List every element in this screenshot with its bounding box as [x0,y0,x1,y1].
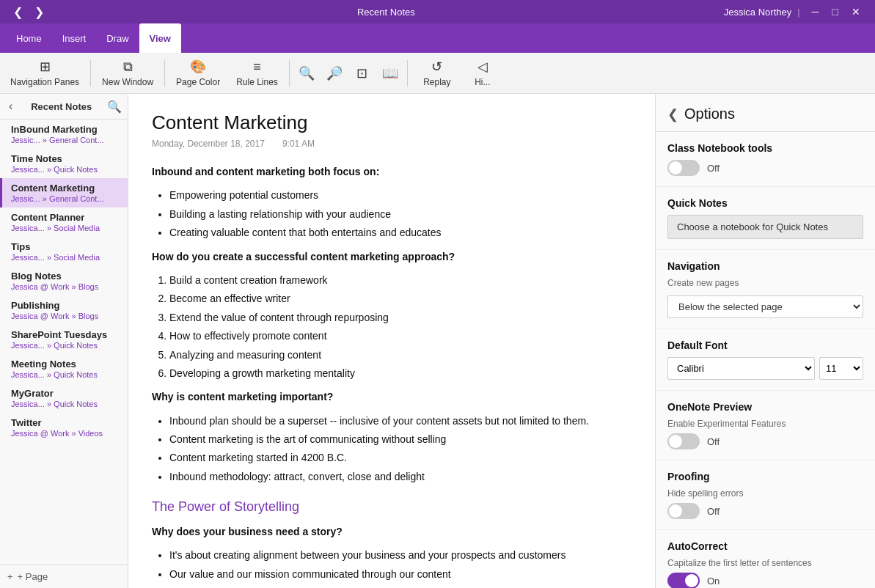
nav-panes-icon: ⊞ [40,59,51,75]
sidebar-item-title: MyGrator [11,388,120,399]
sidebar-item-title: Publishing [11,300,120,311]
full-page-button[interactable]: ⊡ [349,56,376,91]
question-1: How do you create a successful content m… [152,251,455,262]
menu-item-insert[interactable]: Insert [52,23,97,53]
hide-button[interactable]: ◁ Hi... [464,56,501,91]
sidebar-search-button[interactable]: 🔍 [107,100,122,114]
story-bullet-1: It's about creating alignment between yo… [169,547,631,563]
rule-lines-button[interactable]: ≡ Rule Lines [229,56,285,91]
user-name: Jessica Northey [724,7,791,18]
sidebar-header: ‹ Recent Notes 🔍 [0,94,128,120]
toolbar-separator-2 [164,60,165,87]
zoom-in-button[interactable]: 🔎 [321,56,348,91]
sidebar-item-path: Jessic... » General Cont... [11,194,120,203]
step-1: Build a content creation framework [169,272,631,288]
nav-panes-label: Navigation Panes [10,77,79,87]
reading-view-button[interactable]: 📖 [377,56,403,91]
proofing-toggle-row: Off [667,503,863,519]
step-6: Developing a growth marketing mentality [169,365,631,381]
page-color-button[interactable]: 🎨 Page Color [169,56,227,91]
font-size-select[interactable]: 8 9 10 11 12 [819,357,863,380]
sidebar-items: InBound Marketing Jessic... » General Co… [0,120,128,565]
sidebar-item-blog-notes[interactable]: Blog Notes Jessica @ Work » Blogs [0,266,128,295]
note-meta: Monday, December 18, 2017 9:01 AM [152,139,631,149]
step-3: Extend the value of content through repu… [169,309,631,326]
close-button[interactable]: ✕ [846,4,866,19]
note-time: 9:01 AM [282,139,315,149]
navigation-select[interactable]: Below the selected page At the end of th… [667,295,863,318]
add-page-button[interactable]: + + Page [7,571,120,582]
sidebar-item-tips[interactable]: Tips Jessica... » Social Media [0,237,128,266]
sidebar-item-publishing[interactable]: Publishing Jessica @ Work » Blogs [0,295,128,325]
options-panel: ❮ Options Class Notebook tools Off Quick… [655,94,875,588]
nav-panes-button[interactable]: ⊞ Navigation Panes [3,56,87,91]
note-intro: Inbound and content marketing both focus… [152,166,379,177]
zoom-out-icon: 🔍 [299,65,315,81]
autocorrect-toggle[interactable] [667,573,700,588]
sidebar-footer[interactable]: + + Page [0,565,128,588]
sidebar-item-meeting-notes[interactable]: Meeting Notes Jessica... » Quick Notes [0,354,128,383]
proofing-toggle[interactable] [667,503,700,519]
toolbar-separator-4 [407,60,408,87]
sidebar-item-title: Blog Notes [11,271,120,282]
important-bullet-4: Inbound methodology: attract, convert, c… [169,468,631,485]
nav-forward-button[interactable]: ❯ [30,4,48,21]
step-4: How to effectively promote content [169,328,631,344]
sidebar-item-sharepoint-tuesdays[interactable]: SharePoint Tuesdays Jessica... » Quick N… [0,325,128,354]
sidebar-item-mygrator[interactable]: MyGrator Jessica... » Quick Notes [0,383,128,413]
sidebar-item-title: Twitter [11,417,120,428]
sidebar-item-inbound-marketing[interactable]: InBound Marketing Jessic... » General Co… [0,120,128,149]
note-date: Monday, December 18, 2017 [152,139,265,149]
important-bullets: Inbound plan should be a superset -- inc… [169,413,631,485]
sidebar-back-button[interactable]: ‹ [6,98,15,114]
note-title: Content Marketing [152,111,631,134]
minimize-button[interactable]: ─ [806,4,825,19]
toolbar: ⊞ Navigation Panes ⧉ New Window 🎨 Page C… [0,53,875,94]
intro-bullet-2: Building a lasting relationship with you… [169,206,631,222]
sidebar: ‹ Recent Notes 🔍 InBound Marketing Jessi… [0,94,128,588]
menu-item-view[interactable]: View [139,23,181,53]
options-back-button[interactable]: ❮ [667,106,678,122]
onenote-preview-toggle-label: Off [707,436,720,447]
replay-button[interactable]: ↺ Replay [411,56,463,91]
sidebar-item-content-marketing[interactable]: Content Marketing Jessic... » General Co… [0,178,128,207]
zoom-in-icon: 🔎 [326,65,343,81]
sidebar-item-title: Time Notes [11,153,120,164]
quick-notes-title: Quick Notes [667,197,863,209]
onenote-preview-toggle[interactable] [667,433,700,449]
sidebar-item-title: SharePoint Tuesdays [11,329,120,340]
sidebar-item-path: Jessic... » General Cont... [11,136,120,144]
nav-back-button[interactable]: ❮ [9,4,27,21]
toolbar-separator-3 [289,60,290,87]
question-3: Why does your business need a story? [152,526,343,537]
choose-notebook-button[interactable]: Choose a notebook for Quick Notes [667,215,863,239]
font-family-select[interactable]: Calibri Arial Times New Roman [667,357,815,380]
zoom-out-button[interactable]: 🔍 [293,56,320,91]
class-notebook-toggle-label: Off [707,163,720,174]
class-notebook-toggle[interactable] [667,160,700,176]
menu-item-home[interactable]: Home [6,23,52,53]
proofing-sub: Hide spelling errors [667,488,863,499]
story-bullet-3: Our goal is to make a human connection. … [169,584,631,588]
autocorrect-toggle-label: On [707,576,720,587]
onenote-preview-toggle-row: Off [667,433,863,449]
sidebar-item-path: Jessica @ Work » Videos [11,429,120,438]
new-window-button[interactable]: ⧉ New Window [95,56,161,91]
hide-label: Hi... [475,77,490,87]
sidebar-item-title: Content Marketing [11,183,120,194]
sidebar-item-content-planner[interactable]: Content Planner Jessica... » Social Medi… [0,207,128,237]
quick-notes-section: Quick Notes Choose a notebook for Quick … [656,187,875,250]
sidebar-item-time-notes[interactable]: Time Notes Jessica... » Quick Notes [0,149,128,178]
story-bullet-2: Our value and our mission communicated t… [169,566,631,582]
title-bar-nav: ❮ ❯ [9,4,48,21]
title-bar: ❮ ❯ Recent Notes Jessica Northey | ─ □ ✕ [0,0,875,23]
menu-item-draw[interactable]: Draw [96,23,139,53]
sidebar-item-title: Content Planner [11,212,120,223]
navigation-section: Navigation Create new pages Below the se… [656,250,875,329]
sidebar-nav: ‹ [6,98,15,114]
replay-icon: ↺ [431,59,442,75]
sidebar-item-title: InBound Marketing [11,124,120,135]
maximize-button[interactable]: □ [827,4,844,19]
sidebar-item-twitter[interactable]: Twitter Jessica @ Work » Videos [0,413,128,442]
replay-label: Replay [423,77,450,87]
